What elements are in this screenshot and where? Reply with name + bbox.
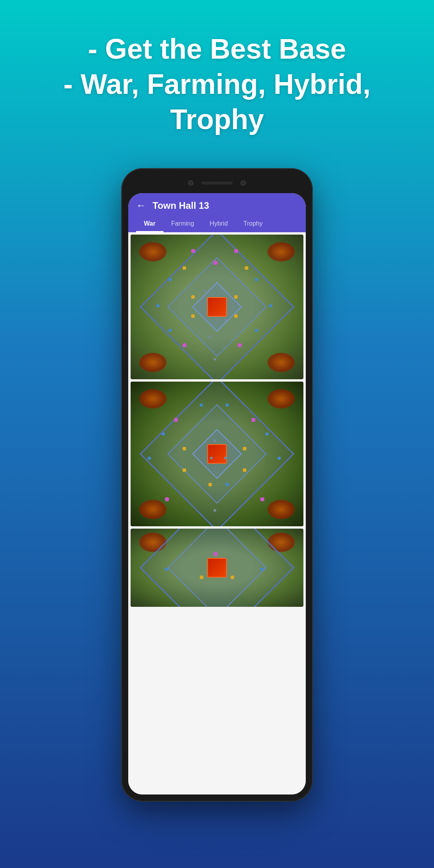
tab-hybrid[interactable]: Hybrid: [202, 216, 235, 232]
phone-mockup: ← Town Hall 13 War Farming Hybrid Trophy: [121, 168, 313, 802]
screen-title: Town Hall 13: [152, 200, 209, 211]
headline-text: - Get the Best Base - War, Farming, Hybr…: [63, 31, 370, 137]
tab-war[interactable]: War: [136, 216, 163, 232]
headline-section: - Get the Best Base - War, Farming, Hybr…: [40, 31, 394, 137]
tab-trophy[interactable]: Trophy: [236, 216, 271, 232]
base-image-1: [131, 235, 303, 379]
tab-farming[interactable]: Farming: [163, 216, 202, 232]
base-image-2: [131, 382, 303, 526]
phone-screen: ← Town Hall 13 War Farming Hybrid Trophy: [128, 193, 306, 794]
phone-camera-right: [240, 180, 246, 186]
phone-camera-left: [188, 180, 194, 186]
base-image-3: [131, 529, 303, 607]
header-top-row: ← Town Hall 13: [136, 199, 298, 212]
base-list: [128, 232, 306, 794]
base-card-2[interactable]: [131, 382, 303, 526]
back-button[interactable]: ←: [136, 199, 146, 212]
phone-notch: [128, 175, 306, 191]
app-header: ← Town Hall 13 War Farming Hybrid Trophy: [128, 193, 306, 232]
base-card-3[interactable]: [131, 529, 303, 607]
tabs-row: War Farming Hybrid Trophy: [136, 216, 298, 232]
base-card-1[interactable]: [131, 235, 303, 379]
phone-speaker: [201, 181, 233, 185]
